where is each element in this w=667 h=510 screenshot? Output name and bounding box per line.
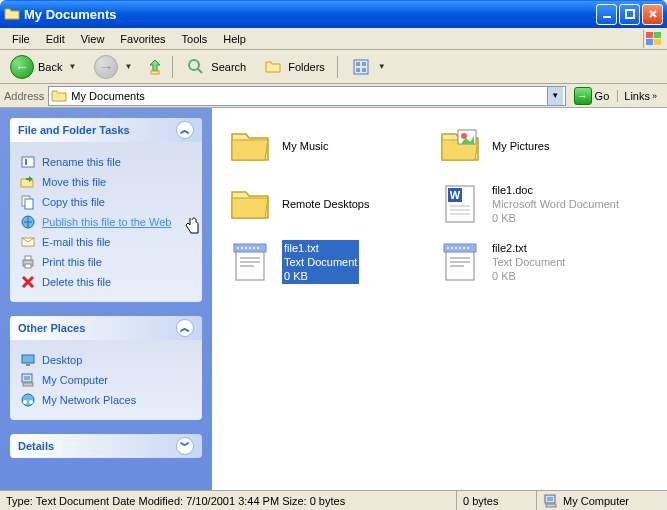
details-panel-title: Details (18, 440, 176, 452)
search-button[interactable]: Search (179, 54, 252, 80)
task-publish[interactable]: Publish this file to the Web (20, 212, 192, 232)
task-move[interactable]: Move this file (20, 172, 192, 192)
menu-tools[interactable]: Tools (174, 31, 216, 47)
place-label: My Computer (42, 374, 108, 386)
links-bar[interactable]: Links » (617, 90, 663, 102)
expand-icon[interactable]: ︾ (176, 437, 194, 455)
svg-point-37 (237, 247, 239, 249)
collapse-icon[interactable]: ︽ (176, 319, 194, 337)
back-dropdown-icon[interactable]: ▼ (66, 62, 78, 71)
task-label: E-mail this file (42, 236, 110, 248)
item-size: 0 KB (284, 269, 357, 283)
svg-rect-6 (151, 71, 159, 74)
links-chevron-icon: » (652, 91, 657, 101)
svg-rect-12 (362, 68, 366, 72)
folder-icon (4, 6, 20, 22)
file-item-selected[interactable]: file1.txtText Document0 KB (222, 234, 432, 290)
forward-button[interactable]: → ▼ (88, 53, 140, 81)
folder-item[interactable]: My Music (222, 118, 432, 174)
item-size: 0 KB (492, 269, 565, 283)
folder-item[interactable]: Remote Desktops (222, 176, 432, 232)
address-folder-icon (51, 88, 67, 104)
places-panel-header[interactable]: Other Places ︽ (10, 316, 202, 340)
file-list[interactable]: My Music My Pictures Remote Desktops W f… (212, 108, 667, 490)
search-label: Search (211, 61, 246, 73)
item-name: My Music (282, 139, 328, 153)
svg-rect-20 (25, 256, 31, 260)
task-print[interactable]: Print this file (20, 252, 192, 272)
rename-icon (20, 154, 36, 170)
svg-rect-11 (356, 68, 360, 72)
svg-point-39 (245, 247, 247, 249)
svg-rect-26 (23, 383, 33, 386)
status-size: 0 bytes (457, 491, 537, 510)
window-title: My Documents (24, 7, 596, 22)
svg-rect-23 (26, 364, 30, 366)
details-panel-header[interactable]: Details ︾ (10, 434, 202, 458)
place-mycomputer[interactable]: My Computer (20, 370, 192, 390)
file-item[interactable]: W file1.docMicrosoft Word Document0 KB (432, 176, 642, 232)
svg-point-47 (455, 247, 457, 249)
svg-rect-21 (25, 264, 31, 268)
address-value: My Documents (71, 90, 546, 102)
search-icon (185, 56, 207, 78)
svg-point-42 (257, 247, 259, 249)
delete-icon (20, 274, 36, 290)
svg-rect-3 (654, 32, 661, 38)
item-size: 0 KB (492, 211, 619, 225)
svg-rect-10 (362, 62, 366, 66)
up-button[interactable] (144, 56, 166, 78)
item-name: Remote Desktops (282, 197, 369, 211)
task-label: Rename this file (42, 156, 121, 168)
statusbar: Type: Text Document Date Modified: 7/10/… (0, 490, 667, 510)
toolbar: ← Back ▼ → ▼ Search Folders ▼ (0, 50, 667, 84)
publish-icon (20, 214, 36, 230)
place-desktop[interactable]: Desktop (20, 350, 192, 370)
folder-item[interactable]: My Pictures (432, 118, 642, 174)
menu-help[interactable]: Help (215, 31, 254, 47)
task-copy[interactable]: Copy this file (20, 192, 192, 212)
go-icon: → (574, 87, 592, 105)
go-button[interactable]: → Go (570, 86, 614, 106)
address-dropdown-icon[interactable]: ▼ (547, 87, 563, 105)
menu-edit[interactable]: Edit (38, 31, 73, 47)
task-rename[interactable]: Rename this file (20, 152, 192, 172)
place-network[interactable]: My Network Places (20, 390, 192, 410)
folders-button[interactable]: Folders (256, 54, 331, 80)
svg-point-28 (23, 400, 27, 404)
svg-text:W: W (450, 189, 461, 201)
links-label: Links (624, 90, 650, 102)
svg-point-50 (467, 247, 469, 249)
menu-file[interactable]: File (4, 31, 38, 47)
svg-rect-5 (654, 39, 661, 45)
file-item[interactable]: file2.txtText Document0 KB (432, 234, 642, 290)
menu-favorites[interactable]: Favorites (112, 31, 173, 47)
svg-point-29 (29, 400, 33, 404)
go-label: Go (595, 90, 610, 102)
minimize-button[interactable] (596, 4, 617, 25)
svg-rect-4 (646, 39, 653, 45)
views-dropdown-icon[interactable]: ▼ (376, 62, 388, 71)
forward-dropdown-icon[interactable]: ▼ (122, 62, 134, 71)
task-delete[interactable]: Delete this file (20, 272, 192, 292)
back-button[interactable]: ← Back ▼ (4, 53, 84, 81)
move-icon (20, 174, 36, 190)
folder-icon (226, 122, 274, 170)
folder-icon (226, 180, 274, 228)
svg-point-27 (22, 394, 34, 406)
menu-view[interactable]: View (73, 31, 113, 47)
close-button[interactable] (642, 4, 663, 25)
views-button[interactable]: ▼ (344, 54, 394, 80)
item-desc: Microsoft Word Document (492, 197, 619, 211)
tasks-panel-header[interactable]: File and Folder Tasks ︽ (10, 118, 202, 142)
item-desc: Text Document (492, 255, 565, 269)
item-name: My Pictures (492, 139, 549, 153)
windows-flag-icon[interactable] (643, 30, 663, 48)
maximize-button[interactable] (619, 4, 640, 25)
item-name: file1.doc (492, 183, 619, 197)
place-label: Desktop (42, 354, 82, 366)
item-name: file1.txt (284, 241, 357, 255)
collapse-icon[interactable]: ︽ (176, 121, 194, 139)
task-email[interactable]: E-mail this file (20, 232, 192, 252)
address-field[interactable]: My Documents ▼ (48, 86, 565, 106)
